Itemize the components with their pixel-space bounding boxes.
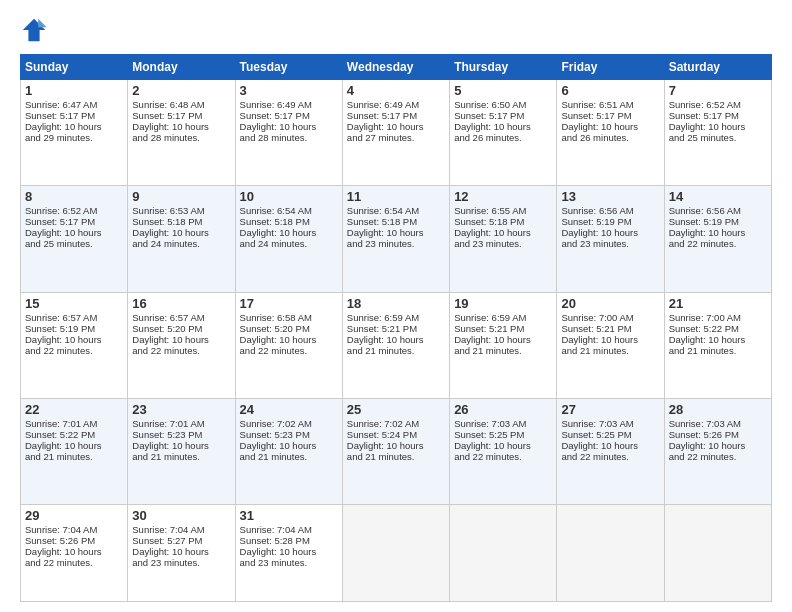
day-number: 3 <box>240 83 338 98</box>
day-number: 29 <box>25 508 123 523</box>
calendar-cell: 22Sunrise: 7:01 AMSunset: 5:22 PMDayligh… <box>21 398 128 504</box>
day-info: Sunrise: 7:04 AM <box>132 524 230 535</box>
day-info: Sunrise: 7:03 AM <box>561 418 659 429</box>
day-number: 27 <box>561 402 659 417</box>
day-info: Sunset: 5:21 PM <box>561 323 659 334</box>
calendar-cell: 15Sunrise: 6:57 AMSunset: 5:19 PMDayligh… <box>21 292 128 398</box>
day-info: Sunrise: 6:59 AM <box>347 312 445 323</box>
day-info: Sunrise: 6:49 AM <box>347 99 445 110</box>
day-info: Sunset: 5:24 PM <box>347 429 445 440</box>
day-info: and 23 minutes. <box>347 238 445 249</box>
calendar-cell: 16Sunrise: 6:57 AMSunset: 5:20 PMDayligh… <box>128 292 235 398</box>
calendar-cell: 17Sunrise: 6:58 AMSunset: 5:20 PMDayligh… <box>235 292 342 398</box>
day-info: Sunset: 5:21 PM <box>454 323 552 334</box>
calendar-cell <box>664 505 771 602</box>
day-info: Sunrise: 7:01 AM <box>132 418 230 429</box>
calendar-cell: 7Sunrise: 6:52 AMSunset: 5:17 PMDaylight… <box>664 80 771 186</box>
calendar-cell: 28Sunrise: 7:03 AMSunset: 5:26 PMDayligh… <box>664 398 771 504</box>
calendar-cell: 18Sunrise: 6:59 AMSunset: 5:21 PMDayligh… <box>342 292 449 398</box>
day-info: and 23 minutes. <box>454 238 552 249</box>
calendar-cell: 26Sunrise: 7:03 AMSunset: 5:25 PMDayligh… <box>450 398 557 504</box>
day-info: Sunset: 5:17 PM <box>240 110 338 121</box>
day-info: Sunset: 5:17 PM <box>454 110 552 121</box>
day-info: and 23 minutes. <box>240 557 338 568</box>
day-info: Sunrise: 7:00 AM <box>561 312 659 323</box>
day-info: and 28 minutes. <box>240 132 338 143</box>
day-info: Sunrise: 6:56 AM <box>669 205 767 216</box>
day-number: 8 <box>25 189 123 204</box>
day-number: 13 <box>561 189 659 204</box>
day-number: 22 <box>25 402 123 417</box>
day-info: and 21 minutes. <box>669 345 767 356</box>
day-info: Sunrise: 7:02 AM <box>347 418 445 429</box>
day-info: and 21 minutes. <box>347 345 445 356</box>
day-info: Sunset: 5:25 PM <box>561 429 659 440</box>
day-info: Daylight: 10 hours <box>132 546 230 557</box>
day-info: Daylight: 10 hours <box>347 121 445 132</box>
calendar: SundayMondayTuesdayWednesdayThursdayFrid… <box>20 54 772 602</box>
calendar-cell: 6Sunrise: 6:51 AMSunset: 5:17 PMDaylight… <box>557 80 664 186</box>
day-info: Sunrise: 6:52 AM <box>669 99 767 110</box>
day-info: Daylight: 10 hours <box>132 334 230 345</box>
day-info: Sunset: 5:21 PM <box>347 323 445 334</box>
calendar-cell: 2Sunrise: 6:48 AMSunset: 5:17 PMDaylight… <box>128 80 235 186</box>
day-info: Daylight: 10 hours <box>347 227 445 238</box>
day-number: 31 <box>240 508 338 523</box>
calendar-cell: 4Sunrise: 6:49 AMSunset: 5:17 PMDaylight… <box>342 80 449 186</box>
calendar-cell: 1Sunrise: 6:47 AMSunset: 5:17 PMDaylight… <box>21 80 128 186</box>
day-info: and 26 minutes. <box>454 132 552 143</box>
day-info: Sunrise: 6:53 AM <box>132 205 230 216</box>
day-info: and 23 minutes. <box>132 557 230 568</box>
day-info: Daylight: 10 hours <box>25 334 123 345</box>
day-number: 23 <box>132 402 230 417</box>
day-info: Sunset: 5:22 PM <box>669 323 767 334</box>
day-info: Sunrise: 6:48 AM <box>132 99 230 110</box>
day-info: Daylight: 10 hours <box>25 546 123 557</box>
calendar-header-friday: Friday <box>557 55 664 80</box>
day-info: Daylight: 10 hours <box>132 121 230 132</box>
day-info: Sunset: 5:19 PM <box>669 216 767 227</box>
day-info: Daylight: 10 hours <box>561 440 659 451</box>
day-info: and 21 minutes. <box>25 451 123 462</box>
calendar-cell <box>450 505 557 602</box>
day-info: and 25 minutes. <box>25 238 123 249</box>
day-info: and 22 minutes. <box>561 451 659 462</box>
calendar-header-thursday: Thursday <box>450 55 557 80</box>
day-info: Sunset: 5:18 PM <box>132 216 230 227</box>
day-info: and 25 minutes. <box>669 132 767 143</box>
calendar-cell: 10Sunrise: 6:54 AMSunset: 5:18 PMDayligh… <box>235 186 342 292</box>
day-number: 24 <box>240 402 338 417</box>
day-number: 1 <box>25 83 123 98</box>
day-number: 2 <box>132 83 230 98</box>
calendar-cell: 5Sunrise: 6:50 AMSunset: 5:17 PMDaylight… <box>450 80 557 186</box>
day-number: 26 <box>454 402 552 417</box>
day-info: and 22 minutes. <box>240 345 338 356</box>
day-info: Daylight: 10 hours <box>669 121 767 132</box>
calendar-cell: 21Sunrise: 7:00 AMSunset: 5:22 PMDayligh… <box>664 292 771 398</box>
day-info: and 22 minutes. <box>454 451 552 462</box>
calendar-cell: 8Sunrise: 6:52 AMSunset: 5:17 PMDaylight… <box>21 186 128 292</box>
day-info: Sunset: 5:17 PM <box>25 110 123 121</box>
svg-marker-0 <box>23 19 45 41</box>
day-info: Sunrise: 6:59 AM <box>454 312 552 323</box>
header <box>20 16 772 44</box>
day-info: Sunset: 5:22 PM <box>25 429 123 440</box>
day-info: Daylight: 10 hours <box>454 334 552 345</box>
calendar-cell: 3Sunrise: 6:49 AMSunset: 5:17 PMDaylight… <box>235 80 342 186</box>
day-info: Sunrise: 7:01 AM <box>25 418 123 429</box>
day-info: Daylight: 10 hours <box>561 334 659 345</box>
calendar-cell: 29Sunrise: 7:04 AMSunset: 5:26 PMDayligh… <box>21 505 128 602</box>
day-info: Daylight: 10 hours <box>347 440 445 451</box>
day-info: Daylight: 10 hours <box>347 334 445 345</box>
day-info: Sunrise: 7:03 AM <box>454 418 552 429</box>
day-info: and 24 minutes. <box>240 238 338 249</box>
calendar-cell: 23Sunrise: 7:01 AMSunset: 5:23 PMDayligh… <box>128 398 235 504</box>
day-info: and 24 minutes. <box>132 238 230 249</box>
logo-icon <box>20 16 48 44</box>
day-info: Daylight: 10 hours <box>669 440 767 451</box>
calendar-cell: 31Sunrise: 7:04 AMSunset: 5:28 PMDayligh… <box>235 505 342 602</box>
day-info: and 21 minutes. <box>347 451 445 462</box>
day-info: Daylight: 10 hours <box>669 334 767 345</box>
day-info: Sunset: 5:19 PM <box>561 216 659 227</box>
day-number: 15 <box>25 296 123 311</box>
